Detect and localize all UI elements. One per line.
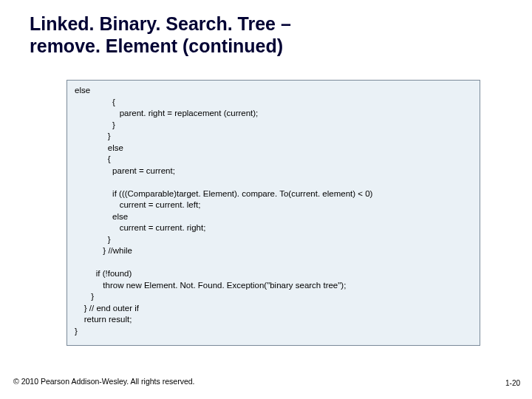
slide: Linked. Binary. Search. Tree – remove. E… bbox=[0, 0, 532, 399]
code-box: else { parent. right = replacement (curr… bbox=[66, 80, 480, 346]
code-content: else { parent. right = replacement (curr… bbox=[75, 85, 472, 337]
slide-title: Linked. Binary. Search. Tree – remove. E… bbox=[0, 0, 532, 57]
copyright-text: © 2010 Pearson Addison-Wesley. All right… bbox=[13, 377, 194, 386]
title-line-2: remove. Element (continued) bbox=[30, 35, 283, 56]
title-line-1: Linked. Binary. Search. Tree – bbox=[30, 13, 291, 34]
page-number: 1-20 bbox=[505, 379, 520, 387]
